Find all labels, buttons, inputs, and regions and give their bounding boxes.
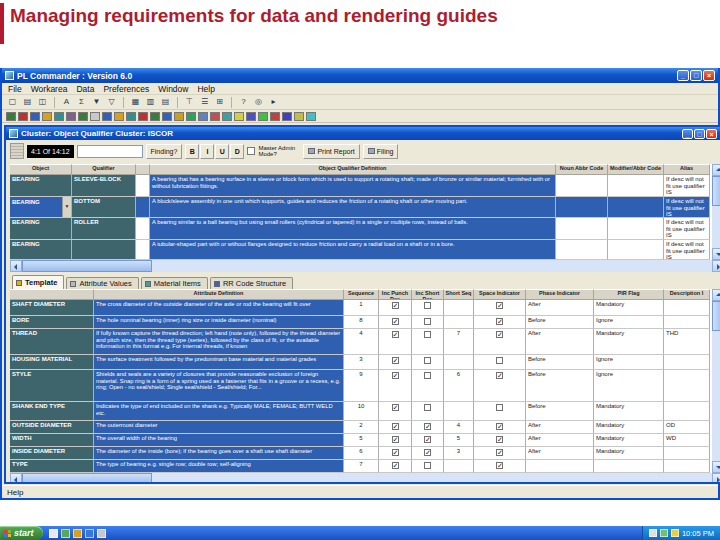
grid1-hscroll-thumb[interactable] (22, 260, 152, 272)
object-row[interactable]: BEARINGROLLERA bearing similar to a ball… (10, 218, 720, 240)
attribute-row[interactable]: BOREThe hole nominal bearing (inner) rin… (10, 316, 720, 329)
menu-item-window[interactable]: Window (158, 84, 188, 94)
object-row[interactable]: BEARING▼BOTTOMA block/sleeve assembly in… (10, 197, 720, 218)
inc-punch-checkbox[interactable] (392, 318, 399, 325)
scroll-right-icon[interactable] (712, 260, 720, 272)
tab-material-items[interactable]: Material Items (141, 277, 208, 289)
attribute-row[interactable]: WIDTHThe overall width of the bearing55A… (10, 434, 720, 447)
inc-short-checkbox[interactable] (424, 318, 431, 325)
attribute-row[interactable]: SHAFT DIAMETERThe cross diameter of the … (10, 300, 720, 316)
toolbar2-icon-17[interactable] (198, 112, 208, 121)
hierarchy-icon[interactable]: ⊞ (213, 96, 226, 108)
grid2-vertical-scrollbar[interactable] (711, 289, 720, 473)
cluster-titlebar[interactable]: Cluster: Object Qualifier Cluster: ISCOR… (6, 127, 720, 140)
close-button[interactable]: × (703, 70, 715, 81)
scroll-left-icon[interactable] (10, 260, 22, 272)
toolbar2-icon-20[interactable] (234, 112, 244, 121)
new-icon[interactable]: ▢ (6, 96, 19, 108)
attribute-row[interactable]: HOUSING MATERIALThe surface treatment fo… (10, 355, 720, 370)
find-button[interactable]: Finding? (146, 144, 183, 159)
search-input[interactable] (77, 145, 143, 158)
format-button-b[interactable]: B (185, 144, 199, 159)
attribute-row[interactable]: THREADIf fully known capture the thread … (10, 329, 720, 355)
master-admin-checkbox[interactable] (247, 147, 255, 155)
space-indicator-checkbox[interactable] (496, 449, 503, 456)
tray-icon-3[interactable] (671, 529, 679, 537)
grid1-vertical-scrollbar[interactable] (711, 164, 720, 260)
minimize-button[interactable]: _ (682, 129, 693, 139)
attribute-row[interactable]: SHANK END TYPEIndicates the type of end … (10, 402, 720, 421)
grid-icon[interactable]: ▦ (129, 96, 142, 108)
object-row[interactable]: BEARINGA tubular-shaped part with or wit… (10, 240, 720, 260)
scroll-up-icon[interactable] (712, 164, 720, 176)
grid2-horizontal-scrollbar[interactable] (10, 473, 720, 484)
format-button-i[interactable]: I (200, 144, 214, 159)
minimize-button[interactable]: _ (677, 70, 689, 81)
inc-punch-checkbox[interactable] (392, 449, 399, 456)
inc-short-checkbox[interactable] (424, 462, 431, 469)
tray-icon-1[interactable] (649, 529, 657, 537)
space-indicator-checkbox[interactable] (496, 372, 503, 379)
toolbar2-icon-2[interactable] (18, 112, 28, 121)
inc-short-checkbox[interactable] (424, 372, 431, 379)
grid2-hscroll-thumb[interactable] (22, 473, 152, 484)
space-indicator-checkbox[interactable] (496, 462, 503, 469)
quick-launch-icon-2[interactable] (61, 529, 70, 538)
close-button[interactable]: × (706, 129, 717, 139)
menu-item-data[interactable]: Data (76, 84, 94, 94)
print-report-button[interactable]: Print Report (303, 144, 359, 159)
object-combo[interactable]: BEARING▼ (10, 197, 72, 218)
attribute-row[interactable]: STYLEShields and seals are a variety of … (10, 370, 720, 402)
inc-punch-checkbox[interactable] (392, 436, 399, 443)
format-button-u[interactable]: U (215, 144, 229, 159)
menu-item-preferences[interactable]: Preferences (103, 84, 149, 94)
toolbar2-icon-18[interactable] (210, 112, 220, 121)
toolbar2-icon-24[interactable] (282, 112, 292, 121)
columns-icon[interactable]: ▤ (159, 96, 172, 108)
inc-punch-checkbox[interactable] (392, 462, 399, 469)
scroll-down-icon[interactable] (712, 248, 720, 260)
record-selector-grid[interactable] (10, 143, 24, 159)
search-icon[interactable]: ◎ (252, 96, 265, 108)
inc-punch-checkbox[interactable] (392, 331, 399, 338)
sum-icon[interactable]: Σ (75, 96, 88, 108)
inc-short-checkbox[interactable] (424, 449, 431, 456)
tab-attribute-values[interactable]: Attribute Values (66, 277, 138, 289)
grid1-horizontal-scrollbar[interactable] (10, 260, 720, 272)
attribute-row[interactable]: TYPEThe type of bearing e.g. single row;… (10, 460, 720, 473)
open-icon[interactable]: ▤ (21, 96, 34, 108)
toolbar2-icon-16[interactable] (186, 112, 196, 121)
save-icon[interactable]: ◫ (36, 96, 49, 108)
maximize-button[interactable]: □ (694, 129, 705, 139)
quick-launch-icon-1[interactable] (49, 529, 58, 538)
toolbar2-icon-15[interactable] (174, 112, 184, 121)
toolbar2-icon-3[interactable] (30, 112, 40, 121)
attribute-row[interactable]: OUTSIDE DIAMETERThe outermost diameter24… (10, 421, 720, 434)
scroll-up-icon[interactable] (712, 289, 720, 301)
inc-short-checkbox[interactable] (424, 423, 431, 430)
attribute-row[interactable]: INSIDE DIAMETERThe diameter of the insid… (10, 447, 720, 460)
chevron-down-icon[interactable]: ▼ (62, 197, 71, 217)
toolbar2-icon-14[interactable] (162, 112, 172, 121)
toolbar2-icon-1[interactable] (6, 112, 16, 121)
go-icon[interactable]: ▸ (267, 96, 280, 108)
toolbar2-icon-11[interactable] (126, 112, 136, 121)
toolbar2-icon-5[interactable] (54, 112, 64, 121)
inc-punch-checkbox[interactable] (392, 372, 399, 379)
toolbar2-icon-4[interactable] (42, 112, 52, 121)
list-icon[interactable]: ☰ (198, 96, 211, 108)
space-indicator-checkbox[interactable] (496, 302, 503, 309)
toolbar2-icon-22[interactable] (258, 112, 268, 121)
inc-short-checkbox[interactable] (424, 331, 431, 338)
quick-launch-icon-5[interactable] (97, 529, 106, 538)
space-indicator-checkbox[interactable] (496, 404, 503, 411)
space-indicator-checkbox[interactable] (496, 436, 503, 443)
help-icon[interactable]: ? (237, 96, 250, 108)
inc-punch-checkbox[interactable] (392, 404, 399, 411)
space-indicator-checkbox[interactable] (496, 318, 503, 325)
toolbar2-icon-9[interactable] (102, 112, 112, 121)
inc-punch-checkbox[interactable] (392, 423, 399, 430)
grid2-scroll-thumb[interactable] (712, 301, 720, 331)
toolbar2-icon-7[interactable] (78, 112, 88, 121)
inc-short-checkbox[interactable] (424, 357, 431, 364)
